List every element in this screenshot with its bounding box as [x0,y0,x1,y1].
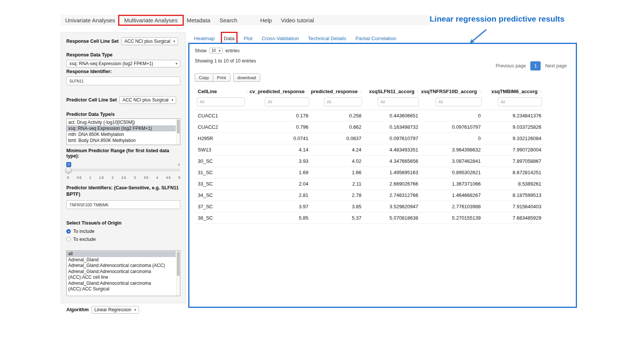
sidebar-panel: Response Cell Line Set ACC NCI plus Surg… [61,32,186,303]
cell-value: 7.897058867 [485,156,545,167]
cell-value: 5.85 [252,212,312,224]
algorithm-select[interactable]: Linear Regression ▾ [91,306,139,314]
sort-icon[interactable]: ↑↓ [245,89,249,94]
scrollbar-thumb[interactable] [177,120,180,134]
chevron-down-icon: ▾ [219,49,220,53]
sort-icon[interactable]: ↑↓ [306,89,309,94]
column-header[interactable]: xsqTNFRSF10D_accorg↑↓ [422,86,485,97]
result-tab[interactable]: Plot [244,35,252,42]
column-filter-input[interactable] [498,97,542,106]
cell-value: 3.087462841 [422,156,485,167]
listbox-option[interactable]: Adrenal_Gland:Adrenocortical carcinoma (… [67,269,176,281]
listbox-option[interactable]: act: Drug Activity (-log10[IC50M]) [67,119,176,125]
cell-value: 8.5389261 [485,178,545,190]
column-filter-input[interactable] [436,97,481,106]
nav-item[interactable]: Help [256,16,277,24]
top-nav: Univariate AnalysesMultivariate Analyses… [61,15,430,25]
tissue-origin-radio[interactable]: To include [66,229,180,234]
table-row[interactable]: 31_SC1.691.661.4956951630.8953026218.672… [195,167,545,178]
table-row[interactable]: 37_SC3.973.853.5298209472.7761039887.915… [195,201,545,212]
response-cell-line-set-select[interactable]: ACC NCI plus Surgical ▾ [121,37,178,45]
slider-max-label: 5 [178,163,180,167]
table-row[interactable]: 38_SC5.855.375.0708186385.2701551397.683… [195,212,545,224]
column-header[interactable]: xsqSLFN11_accorg↑↓ [365,86,422,97]
slider-track[interactable] [66,169,180,172]
entries-select[interactable]: 10 ▾ [209,48,223,53]
scrollbar-thumb[interactable] [177,251,180,276]
cell-value: 2.669026766 [365,178,422,190]
column-filter-cell [195,97,252,110]
nav-item[interactable]: Univariate Analyses [61,16,120,24]
sort-icon[interactable]: ↑↓ [539,89,542,94]
cell-value: 0 [422,110,485,122]
result-tab[interactable]: Data [224,35,235,42]
listbox-option[interactable]: xsq: RNA-seq Expression (log2 FPKM+1) [67,125,176,131]
predictor-cell-line-set-select[interactable]: ACC NCI plus Surgical ▾ [119,96,176,104]
table-row[interactable]: 30_SC3.934.024.3476656563.0874628417.897… [195,156,545,167]
column-filter-input[interactable] [324,97,362,106]
nav-item[interactable]: Video tutorial [277,16,319,24]
nav-item[interactable]: Multivariate Analyses [120,16,182,24]
listbox-option[interactable]: all [67,251,176,257]
column-filter-input[interactable] [378,97,419,106]
annotation-title: Linear regression predictive results [402,14,564,23]
response-data-type-select[interactable]: xsq: RNA-seq Expression (log2 FPKM+1) ▾ [66,60,180,67]
previous-page-button[interactable]: Previous page [492,61,529,70]
result-tab[interactable]: Heatmap [194,35,215,42]
sort-icon[interactable]: ↑↓ [416,89,419,94]
result-tabs: HeatmapDataPlotCross-ValidationTechnical… [194,35,396,42]
result-tab[interactable]: Cross-Validation [262,35,299,42]
current-page-button[interactable]: 1 [530,61,541,70]
listbox-option[interactable]: mth: DNA 850K Methylation [67,131,176,137]
listbox-option[interactable]: Adrenal_Gland:Adrenocortical carcinoma (… [67,263,176,269]
column-header[interactable]: xsqTMBIM6_accorg↑↓ [485,86,545,97]
table-row[interactable]: CUACC10.1760.2580.44360665109.234841376 [195,110,545,122]
sort-icon[interactable]: ↑↓ [359,89,362,94]
table-row[interactable]: CUACC20.7960.6620.1634987320.0976107979.… [195,122,545,133]
cell-value: 0.0741 [252,133,312,144]
select-value: Linear Regression [94,307,131,312]
scrollbar[interactable] [176,251,180,296]
table-row[interactable]: H295R0.07410.08370.09761079709.332126084 [195,133,545,144]
cell-value: 9.234841376 [485,110,545,122]
column-header[interactable]: CellLine↑↓ [195,86,252,97]
cell-line-name: 38_SC [195,212,252,224]
table-row[interactable]: 34_SC2.812.782.7463127661.4646682678.187… [195,190,545,201]
column-header[interactable]: cv_predicted_response↑↓ [252,86,312,97]
column-filter-input[interactable] [197,97,245,106]
table-row[interactable]: SW134.144.244.4834933513.9643986327.9907… [195,144,545,156]
radio-icon [66,237,71,242]
cell-value: 4.14 [252,144,312,156]
nav-item[interactable]: Search [215,16,242,24]
scrollbar[interactable] [176,119,180,145]
cell-value: 4.24 [312,144,365,156]
min-predictor-range-slider[interactable]: 0 5 00.511.522.533.544.55 [66,162,180,181]
result-tab[interactable]: Partial Correlation [355,35,396,42]
slider-handle[interactable] [65,167,72,173]
export-button[interactable]: Copy [195,73,213,82]
chevron-down-icon: ▾ [175,62,177,66]
cell-line-name: 34_SC [195,190,252,201]
listbox-option[interactable]: bmt: Body DNA 850K Methylation [67,137,176,144]
export-button[interactable]: download [233,73,260,82]
sort-icon[interactable]: ↑↓ [478,89,481,94]
nav-item[interactable]: Metadata [182,16,215,24]
response-identifier-input[interactable] [66,76,180,85]
listbox-option[interactable]: Adrenal_Gland [67,257,176,263]
tissue-origin-radio[interactable]: To exclude [66,237,180,242]
column-header[interactable]: predicted_response↑↓ [312,86,365,97]
cell-value: 0.097610797 [422,122,485,133]
next-page-button[interactable]: Next page [542,61,570,70]
result-tab[interactable]: Technical Details [308,35,346,42]
column-filter-input[interactable] [265,97,309,106]
cell-line-name: SW13 [195,144,252,156]
export-buttons: CopyPrintdownload [195,73,571,82]
export-button[interactable]: Print [213,73,230,82]
slider-tick-label: 3.5 [144,176,148,179]
min-predictor-range-label: Minimum Predictor Range (for first liste… [66,148,180,159]
listbox-option[interactable]: Adrenal_Gland:Adrenocortical carcinoma (… [67,281,176,292]
predictor-identifiers-input[interactable] [66,200,180,209]
table-row[interactable]: 33_SC2.042.112.6690267661.3673710668.538… [195,178,545,190]
cell-value: 8.187599513 [485,190,545,201]
cell-line-name: CUACC1 [195,110,252,122]
